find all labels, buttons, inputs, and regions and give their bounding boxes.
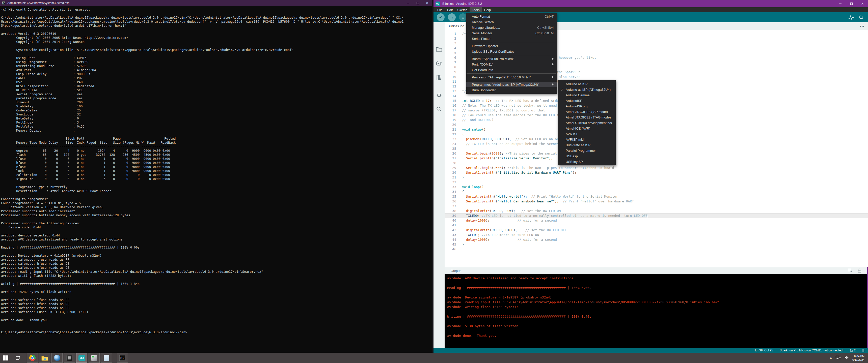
ide-titlebar[interactable]: Blinkies | Arduino IDE 2.3.2 ✕	[434, 0, 868, 7]
menubar-item-file[interactable]: File	[435, 7, 445, 12]
tools-menu-item[interactable]: Upload SSL Root Certificates	[466, 48, 557, 54]
tab-overflow-menu-icon[interactable]: •••	[860, 24, 865, 28]
tools-menu-item[interactable]: Serial Plotter	[466, 36, 557, 41]
editor-line[interactable]: 14	[444, 94, 868, 98]
cmd-maximize-icon[interactable]	[413, 0, 423, 6]
editor-line[interactable]: 29 Serial1.begin(9600); //This is the UA…	[444, 165, 868, 170]
programmer-option-item[interactable]: Atmel STK500 development board	[558, 120, 616, 126]
editor-line[interactable]: 35 Serial.println("Hello world!"); // Pr…	[444, 194, 868, 199]
programmer-option-item[interactable]: ArduinoISP	[558, 98, 616, 103]
editor-line[interactable]: 16// Note: The TX LED was not so lucky, …	[444, 103, 868, 108]
tools-menu-item[interactable]: Manage Libraries...Ctrl+Shift+I	[466, 25, 557, 30]
editor-line[interactable]: 15int RXLED = 17; // The RX LED has a de…	[444, 98, 868, 103]
debug-button[interactable]	[459, 13, 467, 21]
tools-menu-item[interactable]: Archive Sketch	[466, 19, 557, 25]
editor-line[interactable]: 41	[444, 223, 868, 228]
tray-expand-icon[interactable]: ∧	[830, 356, 832, 360]
editor-line[interactable]: 34{	[444, 189, 868, 194]
taskbar-chip-app[interactable]	[64, 353, 75, 363]
programmer-option-item[interactable]: USBtinyISP	[558, 159, 616, 164]
editor-line[interactable]: 20	[444, 122, 868, 127]
programmer-option-item[interactable]: USBasp	[558, 153, 616, 159]
tools-menu-item[interactable]: Programmer: "Arduino as ISP (ATmega32U4)…	[466, 82, 557, 87]
editor-line[interactable]: 27 Serial.println("Initialize Serial Mon…	[444, 156, 868, 161]
programmer-option-item[interactable]: Parallel Programmer	[558, 148, 616, 153]
tools-menu-item[interactable]: Burn Bootloader	[466, 87, 557, 93]
taskbar-command-prompt[interactable]: C:\_	[117, 353, 128, 363]
menubar-item-sketch[interactable]: Sketch	[455, 7, 470, 12]
editor-line[interactable]: 45}	[444, 242, 868, 247]
editor-line[interactable]: 26 Serial.begin(9600); //This pipes to t…	[444, 151, 868, 156]
cmd-titlebar[interactable]: C:\ Administrator: C:\Windows\System32\c…	[0, 0, 432, 6]
programmer-option-item[interactable]: ✓Arduino as ISP (ATmega32U4)	[558, 87, 616, 92]
cmd-minimize-icon[interactable]	[403, 0, 413, 6]
clear-output-icon[interactable]	[847, 268, 852, 273]
editor-line[interactable]: 22{	[444, 132, 868, 137]
editor-line[interactable]: 36 Serial1.println("Hello! Can anybody h…	[444, 199, 868, 204]
editor-line[interactable]: 21void setup()	[444, 127, 868, 132]
programmer-option-item[interactable]: Atmel-ICE (AVR)	[558, 126, 616, 131]
notifications-bell[interactable]: 2	[850, 349, 856, 352]
editor-line[interactable]: 30 Serial1.println("Initialize Serial Ha…	[444, 170, 868, 175]
programmer-option-item[interactable]: Arduino Gemma	[558, 92, 616, 98]
taskbar-notepad[interactable]	[101, 353, 112, 363]
programmer-option-item[interactable]: ArduinoISP.org	[558, 103, 616, 109]
task-view-button[interactable]	[11, 353, 23, 363]
programmer-option-item[interactable]: BusPirate as ISP	[558, 142, 616, 148]
tools-menu-item[interactable]: Auto FormatCtrl+T	[466, 13, 557, 19]
cursor-position[interactable]: Ln 39, Col 95	[755, 349, 773, 352]
menubar-item-help[interactable]: Help	[482, 7, 493, 12]
editor-line[interactable]: 46	[444, 247, 868, 252]
editor-line[interactable]: 32	[444, 180, 868, 185]
taskbar-file-explorer[interactable]	[39, 353, 50, 363]
tools-menu-item[interactable]: Serial MonitorCtrl+Shift+M	[466, 30, 557, 36]
search-icon[interactable]	[436, 106, 442, 112]
editor-line[interactable]: 40 delay(1000); // wait for a second	[444, 218, 868, 223]
taskbar-globe-app[interactable]	[52, 353, 63, 363]
library-manager-icon[interactable]	[436, 74, 442, 81]
tools-menu-item[interactable]: Board: "SparkFun Pro Micro"	[466, 56, 557, 62]
programmer-option-item[interactable]: AVRISP mkII	[558, 137, 616, 142]
editor-line[interactable]: 44 delay(1000); // wait for a second	[444, 237, 868, 242]
editor-line[interactable]: 19// and RXLED0.)	[444, 118, 868, 122]
output-panel[interactable]: avrdude: AVR device initialized and read…	[444, 274, 868, 348]
editor-line[interactable]: 18// (We could use the same macros for t…	[444, 113, 868, 118]
programmer-option-item[interactable]: AVR ISP	[558, 131, 616, 137]
volume-icon[interactable]	[844, 356, 849, 361]
editor-line[interactable]: 24 // TX LED is set as an output behind …	[444, 141, 868, 146]
network-icon[interactable]	[836, 356, 841, 361]
programmer-option-item[interactable]: Atmel JTAGICE3 (JTAG mode)	[558, 114, 616, 120]
debug-sidebar-icon[interactable]	[436, 92, 442, 98]
ide-minimize-icon[interactable]	[835, 0, 846, 7]
terminal-output[interactable]: (c) Microsoft Corporation. All rights re…	[0, 6, 432, 353]
programmer-option-item[interactable]: Arduino as ISP	[558, 81, 616, 87]
sketchbook-folder-icon[interactable]	[436, 46, 442, 53]
tools-menu-item[interactable]: Firmware Updater	[466, 43, 557, 48]
menubar-item-edit[interactable]: Edit	[445, 7, 455, 12]
taskbar-arduino-ide[interactable]	[76, 353, 87, 363]
upload-button[interactable]: →	[448, 13, 456, 21]
serial-monitor-icon[interactable]	[859, 15, 864, 20]
editor-line[interactable]: 33void loop()	[444, 185, 868, 189]
editor-line[interactable]: 42 digitalWrite(RXLED, HIGH); // set the…	[444, 228, 868, 232]
tools-menu-item[interactable]: Processor: "ATmega32U4 (5V, 16 MHz)"	[466, 74, 557, 80]
taskbar-chrome[interactable]	[27, 353, 38, 363]
editor-line[interactable]: 43 TXLED1; //TX LED macro to turn LED ON	[444, 232, 868, 237]
board-port-status[interactable]: SparkFun Pro Micro on COM11 [not connect…	[780, 349, 843, 352]
autoscroll-lock-icon[interactable]	[858, 268, 862, 273]
editor-line[interactable]: 38 digitalWrite(RXLED, LOW); // set the …	[444, 208, 868, 213]
editor-line[interactable]: 25	[444, 146, 868, 151]
boards-manager-icon[interactable]	[436, 60, 442, 67]
serial-plotter-icon[interactable]	[848, 15, 854, 20]
programmer-option-item[interactable]: Atmel JTAGICE3 (ISP mode)	[558, 109, 616, 114]
editor-line[interactable]: 23 pinMode(RXLED, OUTPUT); // Set RX LED…	[444, 137, 868, 141]
taskbar-device-app[interactable]	[89, 353, 100, 363]
editor-line[interactable]: 37	[444, 204, 868, 208]
editor-line[interactable]: 17// macros (TXLED1, TXLED0) to control …	[444, 108, 868, 113]
cmd-close-icon[interactable]: ✕	[423, 0, 432, 6]
ide-close-icon[interactable]: ✕	[857, 0, 868, 7]
menubar-item-tools[interactable]: Tools	[470, 7, 482, 12]
tools-menu-item[interactable]: Port: "COM11"	[466, 62, 557, 67]
verify-button[interactable]: ✓	[437, 13, 444, 21]
editor-line[interactable]: 28	[444, 161, 868, 165]
